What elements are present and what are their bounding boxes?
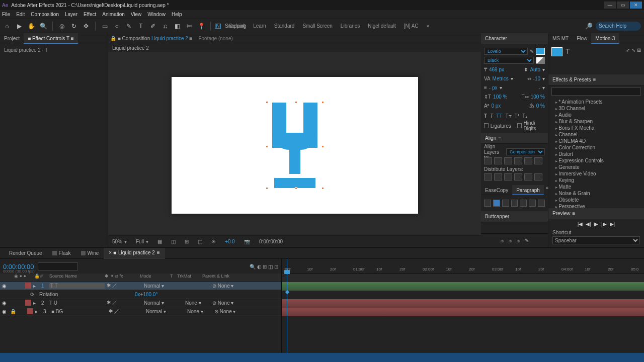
puppet-tool-icon[interactable]: 📍 (197, 22, 205, 30)
menu-animation[interactable]: Animation (102, 10, 124, 19)
ws-nigel[interactable]: Nigel default (368, 23, 396, 29)
resolution-dropdown[interactable]: Full ▾ (136, 239, 148, 244)
motion-text-icon[interactable]: T (566, 47, 570, 71)
layer-row-2[interactable]: ◉ ▸2 T U ✱ ／ Normal ▾ None ▾ ⊘ None ▾ (0, 299, 281, 307)
align-vcenter-button[interactable] (524, 157, 532, 164)
ws-smallscreen[interactable]: Small Screen (302, 23, 332, 29)
dist-1[interactable] (484, 173, 492, 180)
kerning-select[interactable]: Metrics (493, 76, 509, 81)
track-layer-1[interactable] (282, 282, 644, 291)
shortcut-select[interactable]: Spacebar (552, 236, 640, 244)
flow-icon-1[interactable]: ⎄ (501, 238, 504, 243)
composition-canvas[interactable] (172, 77, 418, 214)
para-left[interactable] (484, 200, 491, 207)
menu-edit[interactable]: Edit (16, 10, 25, 19)
brush-tool-icon[interactable]: ✐ (149, 22, 157, 30)
dist-2[interactable] (494, 173, 502, 180)
guides-icon[interactable]: ◫ (198, 239, 202, 244)
dist-4[interactable] (514, 173, 522, 180)
keyframe-icon[interactable] (285, 290, 289, 294)
align-left-button[interactable] (484, 157, 492, 164)
selected-layer-shape[interactable] (267, 103, 323, 188)
eyedropper-icon[interactable]: ✎ (530, 49, 534, 54)
layer-row-rotation[interactable]: ⟳Rotation 0x+180.0° (0, 290, 281, 299)
ws-learn[interactable]: Learn (253, 23, 266, 29)
ws-n[interactable]: [N] (215, 23, 221, 29)
stroke-swatch[interactable] (536, 57, 545, 64)
home-icon[interactable]: ⌂ (3, 22, 11, 30)
tab-render-queue[interactable]: Render Queue (4, 248, 47, 258)
exposure-icon[interactable]: ☀ (211, 239, 216, 244)
dist-5[interactable] (524, 173, 532, 180)
layer-color-chip[interactable] (25, 283, 31, 289)
prev-frame-button[interactable]: ◀| (586, 221, 591, 227)
superscript-button[interactable]: T¹ (515, 113, 519, 119)
viewer-tab-footage[interactable]: Footage (none) (198, 36, 232, 41)
tab-msmt[interactable]: MS MT (548, 33, 573, 44)
align-top-button[interactable] (514, 157, 522, 164)
flow-icon-3[interactable]: ⎄ (517, 238, 520, 243)
maximize-button[interactable]: ▭ (617, 2, 629, 9)
layer-row-1[interactable]: ◉ ▸1 T T ✱ ／ Normal ▾ ⊘ None ▾ (0, 282, 281, 290)
search-help-input[interactable]: Search Help (596, 22, 641, 31)
subscript-button[interactable]: T₁ (522, 113, 527, 119)
align-right-button[interactable] (504, 157, 512, 164)
flow-icon-2[interactable]: ⎄ (509, 238, 512, 243)
tab-liquid-practice[interactable]: × ■ Liquid practice 2 ≡ (104, 248, 165, 258)
last-frame-button[interactable]: ▶| (610, 221, 615, 227)
smallcaps-button[interactable]: Tᴛ (505, 113, 511, 119)
align-to-select[interactable]: Composition (506, 148, 545, 155)
play-button[interactable]: ▶ (594, 221, 598, 227)
menu-layer[interactable]: Layer (65, 10, 77, 19)
hscale-input[interactable]: 100 % (531, 94, 545, 100)
rotate-tool-icon[interactable]: ↻ (70, 22, 78, 30)
minimize-button[interactable]: — (604, 2, 616, 9)
italic-button[interactable]: T (490, 113, 493, 119)
align-hcenter-button[interactable] (494, 157, 502, 164)
font-family-select[interactable]: Lovelo (484, 48, 528, 55)
baseline-input[interactable]: 0 px (491, 103, 501, 109)
motion-swatch[interactable] (551, 47, 562, 56)
pen-tool-icon[interactable]: ✎ (125, 22, 133, 30)
para-j2[interactable] (520, 200, 527, 207)
ligatures-checkbox[interactable] (484, 123, 489, 128)
ws-standard[interactable]: Standard (274, 23, 295, 29)
tab-wine[interactable]: Wine (76, 248, 104, 258)
playhead[interactable] (287, 259, 287, 362)
orbit-tool-icon[interactable]: ◎ (58, 22, 66, 30)
close-button[interactable]: ✕ (630, 2, 642, 9)
timeline-tracks[interactable]: :00f 10f 20f 01:00f 10f 20f 02:00f 10f 2… (282, 259, 644, 362)
track-layer-2[interactable] (282, 299, 644, 308)
dist-3[interactable] (504, 173, 512, 180)
ws-default[interactable]: Default (229, 23, 246, 29)
hindi-checkbox[interactable] (517, 123, 522, 128)
tab-effect-controls[interactable]: ■ Effect Controls T ≡ (24, 33, 77, 44)
menu-effect[interactable]: Effect (84, 10, 96, 19)
grid-icon[interactable]: ⊞ (185, 239, 189, 244)
ws-more-icon[interactable]: » (427, 23, 430, 29)
tab-flask[interactable]: Flask (47, 248, 76, 258)
clone-tool-icon[interactable]: ⎌ (161, 22, 169, 30)
ws-nac[interactable]: [N] AC (404, 23, 419, 29)
next-frame-button[interactable]: |▶ (601, 221, 607, 227)
bold-button[interactable]: T (484, 113, 487, 119)
tab-flow[interactable]: Flow (573, 33, 591, 44)
track-layer-3[interactable] (282, 308, 644, 316)
stroke-width[interactable]: - px (489, 85, 498, 90)
para-right[interactable] (502, 200, 509, 207)
allcaps-button[interactable]: TT (496, 113, 502, 119)
time-ruler[interactable]: :00f 10f 20f 01:00f 10f 20f 02:00f 10f 2… (282, 259, 644, 274)
para-center[interactable] (493, 200, 500, 207)
tracking-input[interactable]: -10 (533, 76, 540, 81)
viewer-tab-comp[interactable]: 🔒 ■ Composition Liquid practice 2 ≡ (110, 36, 192, 41)
eraser-tool-icon[interactable]: ◧ (173, 22, 181, 30)
menu-file[interactable]: File (2, 10, 10, 19)
effects-search-input[interactable] (551, 87, 641, 96)
para-j3[interactable] (529, 200, 536, 207)
font-size-input[interactable]: 469 px (489, 67, 504, 72)
tab-easecopy[interactable]: EaseCopy (481, 185, 512, 195)
flow-icon-4[interactable]: ✎ (525, 238, 529, 243)
tab-motion3[interactable]: Motion-3 (591, 33, 619, 44)
menu-help[interactable]: Help (172, 10, 182, 19)
text-tool-icon[interactable]: T (137, 22, 145, 30)
